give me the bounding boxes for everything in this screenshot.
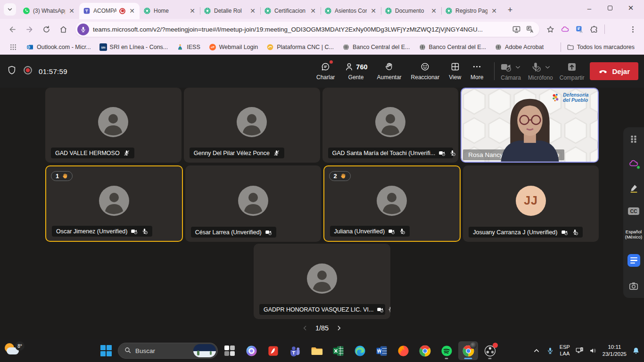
participant-tile[interactable]: 2Juliana (Unverified) (323, 165, 461, 242)
tray-mic-icon[interactable] (546, 346, 554, 355)
new-tab-button[interactable]: + (504, 3, 517, 16)
tab-close-icon[interactable]: ✕ (189, 7, 196, 15)
camera-control[interactable]: Cámara (499, 59, 522, 83)
clock[interactable]: 10:11 23/1/2025 (603, 344, 627, 358)
globe-favicon (342, 43, 350, 51)
taskbar-app-obs[interactable] (480, 341, 500, 360)
cloud-extension-icon[interactable] (561, 25, 570, 34)
participant-tile[interactable]: GAD VALLE HERMOSO (45, 88, 182, 163)
meeting-nav-raise[interactable]: Aumentar (374, 59, 405, 83)
network-icon[interactable] (575, 346, 584, 355)
taskbar-app-edge[interactable] (350, 341, 370, 360)
camera-capture-icon[interactable] (628, 281, 639, 291)
browser-tab[interactable]: (3) WhatsApp✕ (19, 3, 79, 19)
tab-close-icon[interactable]: ✕ (430, 7, 438, 15)
address-bar[interactable]: teams.microsoft.com/v2/?meetingjoin=true… (75, 22, 539, 37)
tab-close-icon[interactable]: ✕ (309, 7, 317, 15)
taskbar-app-excel[interactable] (328, 341, 348, 360)
mic-control[interactable]: Micrófono (527, 59, 554, 83)
tab-close-icon[interactable]: ✕ (249, 7, 256, 15)
chevron-down-icon[interactable] (544, 64, 551, 71)
prev-page-icon[interactable] (301, 324, 309, 332)
task-view-button[interactable] (220, 341, 239, 360)
cloud-extension-button[interactable] (628, 158, 639, 169)
tab-close-icon[interactable]: ✕ (128, 7, 136, 15)
browser-menu-icon[interactable] (628, 25, 637, 34)
tab-search-button[interactable] (4, 3, 16, 16)
bookmark-item[interactable]: Adobe Acrobat (491, 42, 547, 52)
bookmark-item[interactable]: IESS (173, 42, 204, 52)
bookmark-item[interactable]: Outlook.com - Micr... (23, 42, 95, 52)
back-button[interactable] (5, 22, 20, 37)
bookmark-item[interactable]: Banco Central del E... (415, 42, 490, 52)
start-button[interactable] (97, 341, 116, 360)
taskbar-app-word[interactable] (372, 341, 391, 360)
reload-button[interactable] (39, 22, 54, 37)
participant-tile[interactable]: 1Oscar Jimenez (Unverified) (45, 165, 183, 242)
volume-icon[interactable] (589, 346, 597, 355)
taskbar-app-chrome-active[interactable] (458, 341, 478, 360)
meeting-nav-more[interactable]: More (467, 59, 487, 83)
participant-tile[interactable]: GADPR HONORATO VASQUEZ LIC. VI... (254, 244, 390, 319)
tab-label: Detalle Rol (214, 8, 246, 14)
browser-tab[interactable]: Detalle Rol✕ (200, 3, 260, 19)
bookmark-item[interactable]: Banco Central del E... (339, 42, 414, 52)
mic-off-icon (571, 229, 578, 236)
browser-tab[interactable]: Home✕ (140, 3, 200, 19)
captions-button[interactable] (627, 254, 640, 267)
tab-close-icon[interactable]: ✕ (370, 7, 377, 15)
mic-in-use-icon[interactable] (77, 24, 89, 35)
taskbar-app-pdf[interactable] (263, 341, 283, 360)
meeting-nav-react[interactable]: Reaccionar (408, 59, 443, 83)
extensions-puzzle-icon[interactable] (590, 25, 599, 34)
taskbar-app-firefox[interactable] (393, 341, 413, 360)
cc-badge[interactable]: CC (628, 207, 639, 215)
all-bookmarks-button[interactable]: Todos los marcadores (563, 42, 638, 52)
tab-close-icon[interactable]: ✕ (68, 7, 75, 15)
home-button[interactable] (56, 22, 71, 37)
bookmark-item[interactable]: Plataforma CNC | C... (263, 42, 338, 52)
browser-tab[interactable]: Documento✕ (381, 3, 441, 19)
taskbar-search[interactable]: Buscar (118, 343, 218, 359)
maximize-button[interactable] (600, 0, 620, 16)
taskbar-app-spotify[interactable] (437, 341, 456, 360)
taskbar-app-teams[interactable] (285, 341, 305, 360)
bookmark-item[interactable]: SRISRI en Línea - Cons... (96, 42, 172, 52)
weather-widget[interactable]: 8° (4, 341, 25, 357)
minimize-button[interactable]: – (579, 0, 600, 16)
grip-icon[interactable] (628, 134, 639, 144)
language-switcher[interactable]: ESP LAA (560, 344, 570, 357)
meeting-nav-chat[interactable]: Charlar (313, 59, 338, 83)
bookmark-star-icon[interactable] (546, 25, 555, 34)
notifications-bell-icon[interactable] (632, 346, 640, 355)
participant-tile[interactable]: César Larrea (Unverified) (185, 165, 321, 242)
highlighter-icon[interactable] (628, 183, 639, 193)
translate-extension-icon[interactable] (575, 25, 584, 34)
profile-avatar[interactable] (611, 23, 623, 35)
browser-tab[interactable]: Certificacion✕ (260, 3, 321, 19)
forward-button[interactable] (22, 22, 37, 37)
close-button[interactable]: ✕ (620, 0, 641, 16)
taskbar-app-chrome[interactable] (415, 341, 435, 360)
tray-chevron-icon[interactable] (532, 346, 541, 355)
taskbar-app-copilot[interactable] (241, 341, 261, 360)
share-control[interactable]: Compartir (559, 59, 586, 83)
participant-tile[interactable]: GAD Santa María del Toachi (Unverifi... (322, 88, 459, 163)
translate-page-icon[interactable] (526, 25, 535, 34)
next-page-icon[interactable] (335, 324, 343, 332)
install-app-icon[interactable] (512, 25, 521, 34)
apps-grid-icon[interactable] (6, 42, 21, 52)
chevron-down-icon[interactable] (514, 64, 521, 71)
browser-tab[interactable]: Registro Pag✕ (441, 3, 502, 19)
browser-tab[interactable]: ACOMPA✕ (79, 3, 140, 19)
browser-tab[interactable]: Asientos Cor✕ (321, 3, 381, 19)
taskbar-app-explorer[interactable] (306, 341, 326, 360)
participant-tile[interactable]: Defensoría del PuebloRosa Nancy Andrade … (461, 88, 599, 163)
bookmark-item[interactable]: cPWebmail Login (205, 42, 262, 52)
participant-tile[interactable]: Genny Del Pilar Vélez Ponce (184, 88, 320, 163)
participant-tile[interactable]: JJJosuany Carranza J (Unverified) (463, 165, 599, 242)
tab-close-icon[interactable]: ✕ (490, 7, 498, 15)
meeting-nav-view[interactable]: View (446, 59, 464, 83)
leave-button[interactable]: Dejar (590, 62, 638, 80)
meeting-nav-people[interactable]: 760Gente (341, 59, 371, 83)
